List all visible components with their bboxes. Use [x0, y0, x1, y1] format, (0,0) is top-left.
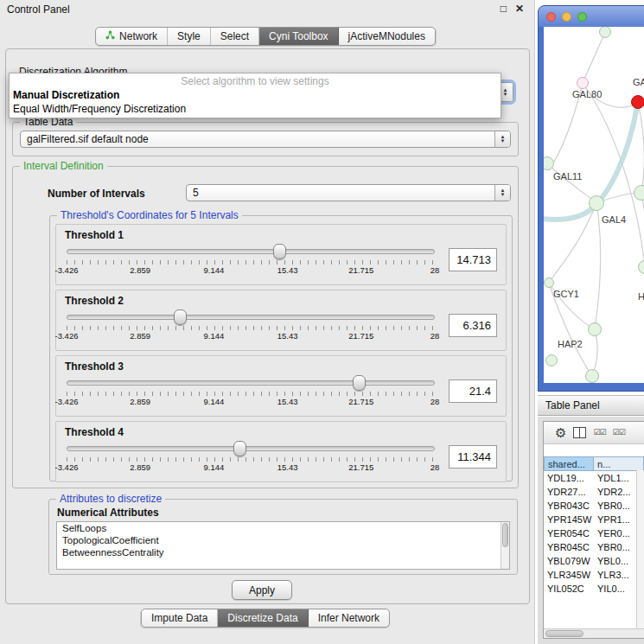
tab-network[interactable]: Network — [96, 28, 168, 45]
table-row[interactable]: YBR043CYBR0... — [544, 499, 644, 513]
scale-label: 28 — [430, 397, 440, 406]
minimize-traffic-light-icon[interactable] — [562, 12, 571, 22]
table-row[interactable]: YDR27...YDR2... — [544, 485, 644, 499]
network-canvas[interactable]: GAL80GAGAL11GAL4GCY1HHAP2 — [544, 27, 644, 383]
network-window-titlebar[interactable] — [539, 6, 644, 27]
slider-thumb[interactable] — [273, 244, 286, 259]
tab-infer-network[interactable]: Infer Network — [309, 609, 389, 627]
interval-definition-group: Interval Definition Number of Intervals … — [12, 166, 519, 488]
threshold-panel: Threshold 2-3.4262.8599.14415.4321.71528… — [55, 290, 507, 351]
threshold-panel: Threshold 1-3.4262.8599.14415.4321.71528… — [55, 224, 507, 285]
columns-icon[interactable] — [573, 427, 586, 438]
scale-label: 15.43 — [277, 397, 298, 406]
network-node[interactable] — [585, 369, 599, 383]
gear-icon[interactable]: ⚙ — [555, 426, 566, 439]
number-of-intervals-combobox[interactable]: 5 ▲▼ — [186, 184, 511, 201]
threshold-slider[interactable]: -3.4262.8599.14415.4321.71528 — [65, 242, 437, 277]
scale-label: 21.715 — [348, 265, 373, 275]
node-label: GAL80 — [572, 89, 602, 99]
scale-label: 9.144 — [204, 331, 225, 341]
threshold-slider[interactable]: -3.4262.8599.14415.4321.71528 — [65, 373, 437, 408]
threshold-slider[interactable]: -3.4262.8599.14415.4321.71528 — [65, 439, 437, 474]
dropdown-option-manual[interactable]: Manual Discretization — [10, 88, 501, 102]
network-node[interactable] — [577, 77, 589, 89]
slider-thumb[interactable] — [233, 441, 246, 456]
table-panel-header[interactable]: Table Panel — [538, 395, 644, 416]
table-row[interactable]: YDL19...YDL1... — [544, 471, 644, 485]
scale-label: 9.144 — [204, 265, 225, 275]
table-data-combobox[interactable]: galFiltered.sif default node ▲▼ — [20, 131, 511, 148]
threshold-value-field[interactable]: 11.344 — [449, 445, 497, 469]
select-rows-icon[interactable]: ☑☑ — [613, 429, 625, 437]
slider-thumb[interactable] — [353, 375, 366, 391]
dropdown-option-equal-width[interactable]: Equal Width/Frequency Discretization — [10, 102, 501, 116]
scrollbar-thumb[interactable] — [545, 630, 583, 637]
close-icon[interactable]: ✕ — [515, 3, 524, 15]
tab-select[interactable]: Select — [211, 28, 259, 45]
apply-button[interactable]: Apply — [232, 580, 292, 600]
attribute-items: SelfLoopsTopologicalCoefficientBetweenne… — [57, 522, 509, 558]
scale-label: 2.859 — [130, 462, 150, 472]
float-window-icon[interactable]: □ — [501, 3, 507, 15]
tab-impute-data[interactable]: Impute Data — [142, 609, 218, 627]
threshold-row: -3.4262.8599.14415.4321.7152821.4 — [65, 373, 497, 408]
thresholds-legend: Threshold's Coordinates for 5 Intervals — [57, 209, 242, 221]
scale-label: 2.859 — [130, 265, 150, 275]
cell-shared-name: YER054C — [544, 528, 594, 539]
slider-ticks — [67, 392, 435, 396]
network-node[interactable] — [589, 195, 604, 211]
table-toolbar: ⚙ ☑☑ ☑☑ — [544, 422, 644, 444]
table-row[interactable]: YIL052CYIL0... — [544, 582, 644, 596]
tab-cyni-toolbox[interactable]: Cyni Toolbox — [259, 28, 338, 45]
node-label: GAL4 — [602, 214, 626, 225]
network-node[interactable] — [634, 185, 644, 201]
attributes-scrollbar[interactable] — [501, 522, 509, 569]
threshold-slider[interactable]: -3.4262.8599.14415.4321.71528 — [65, 308, 437, 342]
scale-label: 15.43 — [277, 331, 298, 341]
scrollbar-thumb[interactable] — [502, 523, 508, 547]
table-row[interactable]: YLR345WYLR3... — [544, 568, 644, 582]
network-node[interactable] — [631, 95, 644, 109]
slider-track[interactable] — [67, 446, 435, 451]
tab-jactivemnodules[interactable]: jActiveMNodules — [339, 28, 435, 45]
table-vertical-scrollbar[interactable] — [636, 470, 644, 629]
combo-stepper-icon: ▲▼ — [494, 185, 510, 201]
threshold-value-field[interactable]: 21.4 — [449, 379, 497, 403]
list-item[interactable]: TopologicalCoefficient — [57, 534, 509, 546]
table-row[interactable]: YER054CYER0... — [544, 526, 644, 540]
numerical-attributes-label: Numerical Attributes — [57, 507, 159, 519]
node-table: ⚙ ☑☑ ☑☑ shared... n... YDL19...YDL1...YD… — [543, 421, 644, 639]
network-node[interactable] — [544, 277, 554, 288]
list-item[interactable]: BetweennessCentrality — [57, 546, 509, 558]
slider-track[interactable] — [67, 315, 435, 320]
table-row[interactable]: YBL079WYBL0... — [544, 554, 644, 568]
tab-style[interactable]: Style — [168, 28, 211, 45]
column-header-name[interactable]: n... — [594, 456, 644, 471]
scale-label: -3.426 — [55, 331, 79, 341]
tab-discretize-data[interactable]: Discretize Data — [218, 609, 308, 627]
cell-shared-name: YBR043C — [544, 501, 594, 511]
scale-label: 21.715 — [348, 331, 373, 341]
slider-track[interactable] — [67, 380, 435, 386]
select-columns-icon[interactable]: ☑☑ — [593, 429, 605, 437]
dropdown-hint: Select algorithm to view settings — [10, 74, 501, 88]
table-row[interactable]: YPR145WYPR1... — [544, 513, 644, 526]
table-horizontal-scrollbar[interactable] — [544, 628, 644, 638]
numerical-attributes-list: SelfLoopsTopologicalCoefficientBetweenne… — [56, 521, 510, 570]
slider-thumb[interactable] — [174, 309, 187, 325]
column-header-shared-name[interactable]: shared... — [544, 456, 594, 471]
network-node[interactable] — [588, 322, 602, 336]
table-row[interactable]: YBR045CYBR0... — [544, 540, 644, 554]
scale-label: 28 — [430, 265, 440, 275]
threshold-value-field[interactable]: 6.316 — [449, 314, 497, 337]
zoom-traffic-light-icon[interactable] — [577, 12, 587, 22]
network-node[interactable] — [545, 354, 558, 367]
threshold-value-field[interactable]: 14.713 — [449, 248, 497, 271]
list-item[interactable]: SelfLoops — [57, 522, 509, 534]
tab-label: Network — [119, 30, 157, 42]
slider-track[interactable] — [67, 249, 435, 254]
slider-scale: -3.4262.8599.14415.4321.71528 — [67, 265, 435, 275]
bottom-tabbar: Impute Data Discretize Data Infer Networ… — [141, 609, 390, 628]
table-rows: YDL19...YDL1...YDR27...YDR2...YBR043CYBR… — [544, 471, 644, 596]
close-traffic-light-icon[interactable] — [546, 12, 556, 22]
